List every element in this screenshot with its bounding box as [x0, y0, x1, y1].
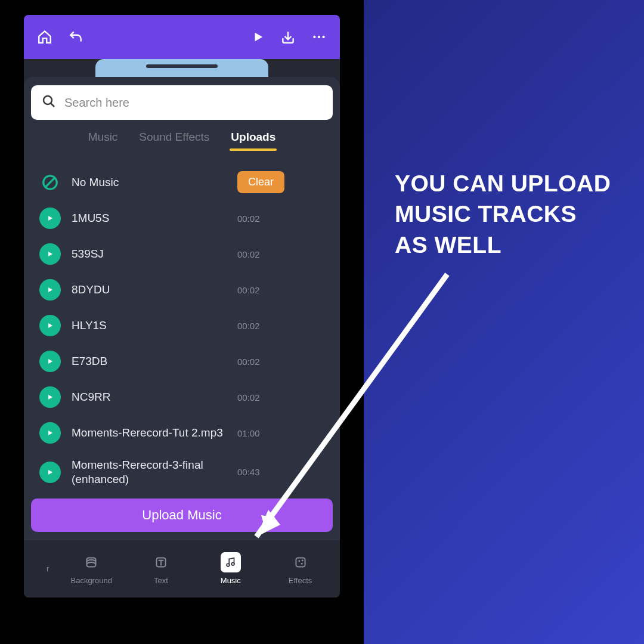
preview-strip: [24, 59, 340, 77]
nav-music[interactable]: Music: [203, 552, 258, 585]
drag-handle-icon: [146, 64, 218, 68]
phone-frame: Music Sound Effects Uploads No Music Cle…: [0, 0, 364, 644]
nav-background[interactable]: Background: [64, 552, 119, 585]
nav-text[interactable]: Text: [134, 552, 188, 585]
search-icon: [42, 94, 56, 111]
svg-rect-9: [296, 558, 305, 566]
music-icon: [221, 552, 241, 572]
app-topbar: [24, 15, 340, 59]
track-title: 1MU5S: [72, 211, 227, 225]
track-row[interactable]: E73DB 00:02: [39, 343, 324, 379]
play-button-icon[interactable]: [39, 243, 61, 265]
track-duration: 00:02: [237, 357, 260, 367]
app-screen: Music Sound Effects Uploads No Music Cle…: [24, 15, 340, 597]
play-button-icon[interactable]: [39, 351, 61, 372]
track-row[interactable]: 8DYDU 00:02: [39, 272, 324, 308]
track-row[interactable]: Moments-Rerecord-Tut 2.mp3 01:00: [39, 415, 324, 451]
track-title: NC9RR: [72, 390, 227, 404]
nav-label: Background: [70, 576, 112, 585]
track-title: 539SJ: [72, 247, 227, 261]
svg-point-1: [318, 36, 320, 38]
topbar-right-group: [252, 29, 327, 45]
search-bar[interactable]: [31, 85, 333, 120]
sheet-handle-area[interactable]: [95, 59, 268, 77]
play-button-icon[interactable]: [39, 315, 61, 336]
callout-line: MUSIC TRACKS: [395, 199, 611, 229]
tab-music[interactable]: Music: [88, 131, 118, 150]
play-button-icon[interactable]: [39, 422, 61, 444]
callout-text: YOU CAN UPLOAD MUSIC TRACKS AS WELL: [395, 168, 611, 260]
home-icon[interactable]: [37, 29, 52, 45]
nav-label: Music: [221, 576, 241, 585]
no-music-row[interactable]: No Music Clear: [39, 164, 324, 200]
svg-point-3: [44, 96, 52, 104]
track-row[interactable]: NC9RR 00:02: [39, 379, 324, 415]
play-button-icon[interactable]: [39, 462, 61, 483]
track-row[interactable]: 539SJ 00:02: [39, 236, 324, 272]
track-duration: 00:02: [237, 249, 260, 259]
track-duration: 00:02: [237, 285, 260, 295]
download-icon[interactable]: [280, 29, 296, 45]
svg-point-8: [231, 562, 234, 565]
play-button-icon[interactable]: [39, 386, 61, 408]
track-title: 8DYDU: [72, 283, 227, 297]
no-music-label: No Music: [72, 175, 227, 190]
track-title: HLY1S: [72, 318, 227, 333]
bottom-nav: r Background Text Music: [24, 540, 340, 597]
tab-bar: Music Sound Effects Uploads: [31, 131, 333, 156]
no-music-icon: [39, 172, 61, 193]
play-icon[interactable]: [252, 30, 265, 44]
upload-music-button[interactable]: Upload Music: [31, 499, 333, 532]
svg-point-0: [313, 36, 315, 38]
clear-button[interactable]: Clear: [237, 171, 284, 193]
nav-label-partial: r: [47, 564, 49, 573]
track-title: Moments-Rerecord-Tut 2.mp3: [72, 426, 227, 440]
callout-line: YOU CAN UPLOAD: [395, 168, 611, 199]
music-panel: Music Sound Effects Uploads No Music Cle…: [24, 77, 340, 540]
callout-line: AS WELL: [395, 230, 611, 260]
undo-icon[interactable]: [68, 29, 83, 45]
nav-effects[interactable]: Effects: [273, 552, 328, 585]
track-duration: 00:02: [237, 321, 260, 331]
track-row[interactable]: HLY1S 00:02: [39, 308, 324, 343]
search-input[interactable]: [64, 96, 322, 110]
track-row[interactable]: Moments-Rerecord-3-final (enhanced) 00:4…: [39, 451, 324, 494]
track-duration: 00:02: [237, 213, 260, 224]
layers-icon: [81, 552, 101, 572]
nav-label: Text: [154, 576, 168, 585]
nav-label: Effects: [289, 576, 312, 585]
text-icon: [151, 552, 171, 572]
tab-sound-effects[interactable]: Sound Effects: [139, 131, 209, 150]
play-button-icon[interactable]: [39, 208, 61, 229]
play-button-icon[interactable]: [39, 279, 61, 301]
track-title: E73DB: [72, 354, 227, 369]
tab-uploads[interactable]: Uploads: [231, 131, 275, 150]
track-list[interactable]: No Music Clear 1MU5S 00:02 539SJ 00:02 8…: [31, 156, 333, 494]
track-duration: 01:00: [237, 428, 260, 438]
track-row[interactable]: 1MU5S 00:02: [39, 200, 324, 236]
more-icon[interactable]: [311, 29, 327, 45]
topbar-left-group: [37, 29, 83, 45]
svg-point-7: [227, 564, 230, 566]
track-title: Moments-Rerecord-3-final (enhanced): [72, 458, 227, 487]
svg-point-2: [322, 36, 324, 38]
track-duration: 00:43: [237, 467, 260, 477]
effects-icon: [290, 552, 311, 572]
track-duration: 00:02: [237, 392, 260, 402]
nav-partial[interactable]: r: [36, 564, 49, 573]
